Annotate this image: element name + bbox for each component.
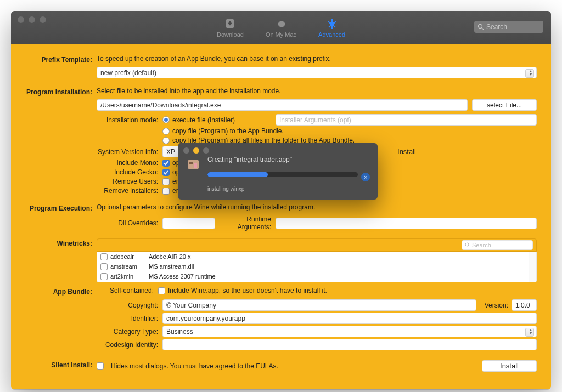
close-icon[interactable] [183,147,189,154]
codesign-input[interactable] [162,339,537,350]
include-mono-label: Include Mono: [25,159,162,167]
window-controls [18,16,46,23]
svg-line-3 [482,28,484,30]
progress-bar [207,172,358,177]
identifier-input[interactable]: com.yourcompany.yourapp [162,313,537,324]
svg-point-4 [465,243,469,246]
list-item[interactable]: adobeair Adobe AIR 20.x [97,252,536,262]
toolbar-search-placeholder: Search [486,23,507,31]
dll-overrides-label: Dll Overrides: [25,219,162,227]
winetricks-header: Search [97,238,537,252]
installer-path-input[interactable]: /Users/username/Downloads/integral.exe [97,99,468,111]
svg-rect-1 [330,22,334,25]
scrollbar[interactable] [529,252,536,282]
radio-execute-installer[interactable] [162,116,170,123]
tab-on-my-mac[interactable]: On My Mac [266,18,296,38]
copyright-input[interactable]: © Your Company [162,299,476,311]
mac-icon [275,18,287,30]
select-file-button[interactable]: select File... [472,99,537,111]
search-icon [465,242,470,248]
include-gecko-checkbox[interactable] [162,169,170,176]
remove-users-label: Remove Users: [25,178,162,185]
program-exec-label: Program Execution: [25,203,97,212]
tab-advanced[interactable]: Advanced [318,18,345,38]
identifier-label: Identifier: [25,315,162,322]
progress-status: installing winxp [207,186,370,192]
runtime-args-input[interactable] [276,218,537,229]
app-icon [186,157,201,172]
silent-install-checkbox[interactable] [97,362,104,370]
winetricks-item-checkbox[interactable] [100,273,108,280]
prefix-template-desc: To speed up the creation of an App Bundl… [97,55,537,64]
tab-advanced-label: Advanced [318,31,345,38]
runtime-args-label: Runtime Arguments: [215,215,276,231]
svg-rect-7 [189,162,193,164]
winetricks-item-checkbox[interactable] [100,253,108,260]
svg-point-2 [479,25,482,29]
list-item[interactable]: amstream MS amstream.dll [97,262,536,271]
svg-rect-8 [194,163,197,168]
close-icon[interactable] [18,16,24,23]
advanced-icon [326,18,338,30]
list-item[interactable]: art2kmin MS Access 2007 runtime [97,271,536,281]
silent-install-label: Silent install: [25,360,97,372]
titlebar: Download On My Mac Advanced Search [11,11,551,44]
include-mono-checkbox[interactable] [162,160,170,167]
prefix-template-value: new prefix (default) [100,69,156,77]
remove-installers-checkbox[interactable] [162,188,170,195]
system-version-label: System Version Info: [25,148,162,156]
winetricks-label: Winetricks: [25,238,97,282]
winetricks-list: adobeair Adobe AIR 20.x amstream MS amst… [97,252,537,282]
chevron-updown-icon: ▴▾ [530,70,532,76]
install-mode-label: Installation mode: [25,116,162,124]
minimize-icon[interactable] [29,16,35,23]
winetricks-search[interactable]: Search [462,240,533,250]
tab-download[interactable]: Download [217,18,244,38]
category-select[interactable]: Business ▴▾ [162,326,537,337]
minimize-icon[interactable] [193,147,199,154]
cancel-button[interactable]: ✕ [361,173,370,181]
prefix-template-label: Prefix Template: [25,55,97,64]
tab-download-label: Download [217,31,244,38]
prefix-template-select[interactable]: new prefix (default) ▴▾ [97,67,537,78]
progress-dialog: Creating "integral trader.app" ✕ install… [178,143,378,200]
dll-overrides-input[interactable] [162,218,215,229]
self-contained-checkbox[interactable] [158,287,165,294]
radio-execute-label: execute file (Installer) [172,116,276,124]
version-label: Version: [476,302,512,309]
progress-fill [207,172,268,177]
installer-args-input[interactable]: Installer Arguments (opt) [276,114,537,126]
chevron-updown-icon: ▴▾ [530,328,532,335]
installer-path-value: /Users/username/Downloads/integral.exe [100,101,221,109]
svg-line-5 [469,246,470,248]
search-icon [477,24,484,30]
zoom-icon[interactable] [40,16,46,23]
toolbar-search[interactable]: Search [474,21,543,33]
program-exec-desc: Optional parameters to configure Wine wh… [97,203,537,212]
include-gecko-label: Include Gecko: [25,168,162,176]
radio-copy-file[interactable] [162,128,170,135]
zoom-icon[interactable] [203,147,209,154]
radio-copy-file-label: copy file (Program) to the App Bundle. [172,127,284,135]
remove-users-checkbox[interactable] [162,178,170,185]
copyright-label: Copyright: [25,302,162,309]
remove-installers-label: Remove installers: [25,187,162,195]
download-icon [224,18,236,30]
progress-title: Creating "integral trader.app" [207,156,370,163]
program-install-desc: Select file to be installed into the app… [97,87,537,96]
winetricks-item-checkbox[interactable] [100,263,108,270]
category-label: Category Type: [25,328,162,336]
install-button[interactable]: Install [482,360,537,372]
version-input[interactable]: 1.0.0 [512,299,537,311]
codesign-label: Codesign Identity: [25,341,162,349]
self-contained-label: Self-contained: [21,287,158,294]
dialog-window-controls [178,143,378,156]
radio-copy-folder[interactable] [162,137,170,144]
program-install-label: Program Installation: [25,87,97,96]
tab-on-my-mac-label: On My Mac [266,31,296,38]
